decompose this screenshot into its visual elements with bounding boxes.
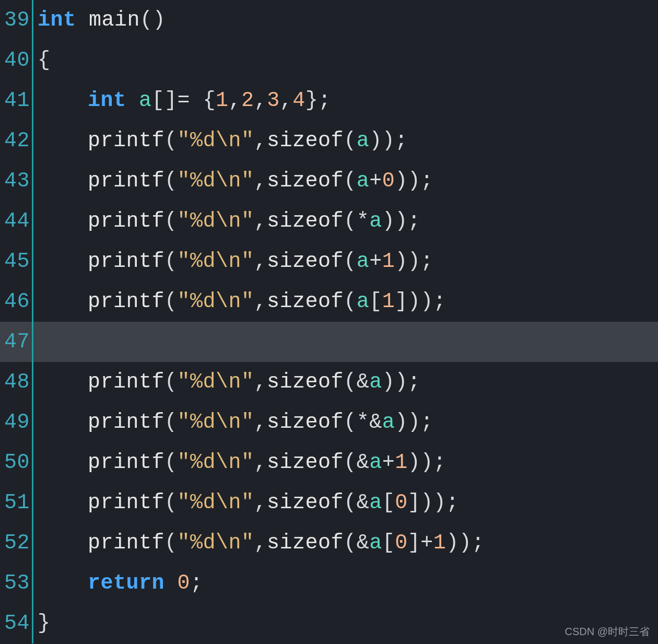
code-content[interactable]: return 0; <box>33 573 203 594</box>
token: ) <box>408 451 421 474</box>
line-number: 42 <box>0 121 33 161</box>
token: printf <box>88 411 164 434</box>
token: 1 <box>395 451 408 474</box>
code-content[interactable]: int main() <box>33 10 166 31</box>
line-number: 52 <box>0 523 33 563</box>
token: ( <box>164 411 178 434</box>
token: ( <box>164 531 178 555</box>
code-content[interactable]: printf("%d\n",sizeof(&a+1)); <box>33 452 446 473</box>
token: , <box>254 89 267 112</box>
token: printf <box>88 491 164 514</box>
token: ) <box>420 491 433 514</box>
code-content[interactable]: int a[]= {1,2,3,4}; <box>33 90 331 111</box>
token: main <box>89 8 140 32</box>
token: a <box>382 411 395 434</box>
token: ] <box>408 531 421 555</box>
token: , <box>254 169 267 193</box>
token: , <box>254 451 267 474</box>
code-line[interactable]: 49printf("%d\n",sizeof(*&a)); <box>0 402 658 442</box>
token: "%d\n" <box>178 531 254 555</box>
token: [ <box>382 531 395 555</box>
token: + <box>369 250 382 273</box>
token: ( <box>164 129 178 153</box>
code-line[interactable]: 51printf("%d\n",sizeof(&a[0])); <box>0 483 658 523</box>
code-line[interactable]: 42printf("%d\n",sizeof(a)); <box>0 121 658 161</box>
token: ( <box>344 451 357 474</box>
code-content[interactable]: printf("%d\n",sizeof(&a)); <box>33 372 420 393</box>
line-number: 45 <box>0 241 33 282</box>
code-content[interactable]: printf("%d\n",sizeof(a)); <box>33 131 408 151</box>
token: ) <box>395 169 408 193</box>
token: a <box>369 451 382 474</box>
token: ; <box>420 169 433 193</box>
token: sizeof <box>267 370 344 394</box>
token: "%d\n" <box>178 491 254 514</box>
watermark: CSDN @时时三省 <box>565 625 650 639</box>
token: ; <box>446 491 459 514</box>
code-line[interactable]: 43printf("%d\n",sizeof(a+0)); <box>0 161 658 201</box>
code-line[interactable]: 47 <box>0 322 658 362</box>
code-line[interactable]: 54} <box>0 603 658 643</box>
line-number: 50 <box>0 442 33 483</box>
token: ) <box>433 491 446 514</box>
line-number: 40 <box>0 40 33 80</box>
token: 1 <box>433 531 446 555</box>
token: ) <box>408 250 421 273</box>
token: & <box>357 491 370 514</box>
code-line[interactable]: 39int main() <box>0 0 658 40</box>
token: "%d\n" <box>178 209 254 233</box>
code-line[interactable]: 48printf("%d\n",sizeof(&a)); <box>0 362 658 402</box>
token: ] <box>408 491 421 514</box>
token: ( <box>164 169 178 193</box>
token: [ <box>369 290 382 313</box>
token: "%d\n" <box>178 370 254 394</box>
code-line[interactable]: 53return 0; <box>0 563 658 603</box>
token: printf <box>88 531 164 555</box>
code-content[interactable]: printf("%d\n",sizeof(&a[0])); <box>33 493 459 513</box>
code-content[interactable]: printf("%d\n",sizeof(a[1])); <box>33 291 446 312</box>
token: a <box>357 290 370 313</box>
code-line[interactable]: 52printf("%d\n",sizeof(&a[0]+1)); <box>0 523 658 563</box>
token: a <box>369 370 382 394</box>
code-content[interactable]: printf("%d\n",sizeof(a+1)); <box>33 251 433 272</box>
token: 3 <box>267 89 280 112</box>
code-line[interactable]: 40{ <box>0 40 658 80</box>
token: [] <box>152 89 178 112</box>
token: "%d\n" <box>178 169 254 193</box>
token: ) <box>408 290 421 313</box>
token: ) <box>420 451 433 474</box>
code-line[interactable]: 46printf("%d\n",sizeof(a[1])); <box>0 282 658 322</box>
token: }; <box>306 89 331 112</box>
code-content[interactable]: } <box>33 613 51 634</box>
code-content[interactable]: printf("%d\n",sizeof(*a)); <box>33 211 420 232</box>
code-content[interactable]: { <box>33 50 51 71</box>
token: sizeof <box>267 250 344 273</box>
token: & <box>357 451 370 474</box>
token: ( <box>344 169 357 193</box>
token: ( <box>164 451 178 474</box>
token: ; <box>408 209 421 233</box>
token: , <box>254 370 267 394</box>
code-content[interactable]: printf("%d\n",sizeof(&a[0]+1)); <box>33 533 485 554</box>
code-content[interactable]: printf("%d\n",sizeof(a+0)); <box>33 171 433 192</box>
line-number: 53 <box>0 563 33 603</box>
token: a <box>357 250 370 273</box>
token: a <box>357 169 370 193</box>
token: , <box>254 209 267 233</box>
token: ; <box>420 250 433 273</box>
token: 0 <box>395 491 408 514</box>
code-line[interactable]: 41int a[]= {1,2,3,4}; <box>0 80 658 121</box>
token: + <box>420 531 433 555</box>
token: ( <box>164 209 178 233</box>
code-line[interactable]: 45printf("%d\n",sizeof(a+1)); <box>0 241 658 282</box>
token: 1 <box>382 250 395 273</box>
code-editor[interactable]: 39int main()40{41int a[]= {1,2,3,4};42pr… <box>0 0 658 644</box>
code-line[interactable]: 44printf("%d\n",sizeof(*a)); <box>0 201 658 241</box>
token: ( <box>344 370 357 394</box>
code-line[interactable]: 50printf("%d\n",sizeof(&a+1)); <box>0 442 658 483</box>
token: , <box>254 250 267 273</box>
token: sizeof <box>267 451 344 474</box>
token: , <box>254 491 267 514</box>
token: sizeof <box>267 209 344 233</box>
code-content[interactable]: printf("%d\n",sizeof(*&a)); <box>33 412 433 433</box>
